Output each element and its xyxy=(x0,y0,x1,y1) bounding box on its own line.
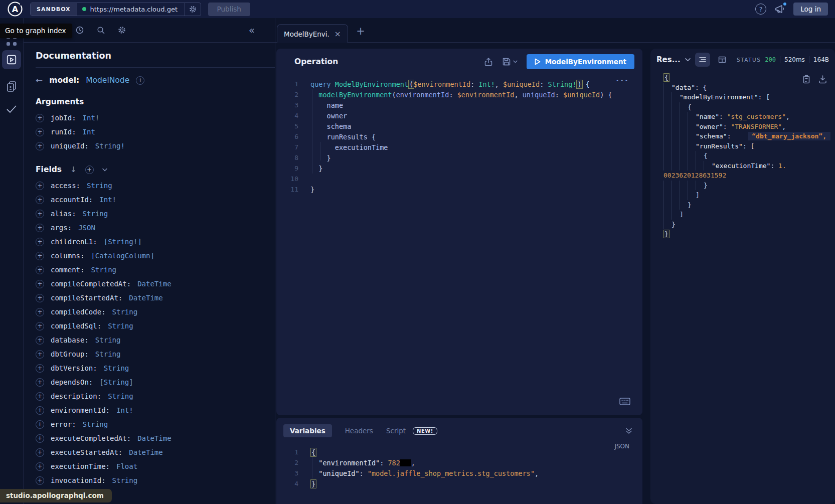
response-json-viewer[interactable]: {"data": {"modelByEnvironment": [{"name"… xyxy=(650,73,835,239)
nav-checks[interactable] xyxy=(6,104,18,114)
doc-field-row[interactable]: uniqueId:String! xyxy=(36,139,263,153)
doc-field-row[interactable]: args:JSON xyxy=(36,221,263,235)
field-type-link[interactable]: [String!] xyxy=(104,238,142,246)
add-to-query-icon[interactable] xyxy=(36,196,44,204)
add-to-query-icon[interactable] xyxy=(36,114,44,122)
doc-field-row[interactable]: accountId:Int! xyxy=(36,193,263,207)
doc-field-row[interactable]: jobId:Int! xyxy=(36,111,263,125)
field-type-link[interactable]: String xyxy=(104,364,129,372)
nav-changelog[interactable] xyxy=(6,80,18,93)
add-to-query-icon[interactable] xyxy=(36,378,44,387)
doc-field-row[interactable]: compileCompletedAt:DateTime xyxy=(36,277,263,291)
save-operation-button[interactable] xyxy=(502,57,518,66)
back-arrow-icon[interactable]: ← xyxy=(36,75,43,85)
doc-field-row[interactable]: executeStartedAt:DateTime xyxy=(36,445,263,459)
copy-response-icon[interactable] xyxy=(802,75,810,84)
field-type-link[interactable]: String xyxy=(95,336,121,344)
doc-field-row[interactable]: comment:String xyxy=(36,263,263,277)
field-type-link[interactable]: String xyxy=(83,210,108,218)
code-line[interactable]: 7 executionTime xyxy=(276,142,642,152)
field-type-link[interactable]: Float xyxy=(116,462,137,470)
field-type-link[interactable]: Int! xyxy=(83,114,100,122)
field-type-link[interactable]: String xyxy=(87,182,112,190)
variables-code-editor[interactable]: 1{2 "environmentId": 782,3 "uniqueId": "… xyxy=(276,447,642,489)
add-to-query-icon[interactable] xyxy=(36,308,44,316)
add-to-query-icon[interactable] xyxy=(36,280,44,288)
add-to-query-icon[interactable] xyxy=(36,128,44,136)
add-to-query-icon[interactable] xyxy=(36,350,44,359)
doc-field-row[interactable]: description:String xyxy=(36,389,263,403)
doc-field-row[interactable]: access:String xyxy=(36,179,263,193)
announcements-button[interactable] xyxy=(773,3,786,15)
field-type-link[interactable]: Int! xyxy=(99,196,116,204)
code-line[interactable]: 11} xyxy=(276,184,642,195)
field-type-link[interactable]: String xyxy=(91,266,116,274)
code-line[interactable]: 9 } xyxy=(276,163,642,174)
code-line[interactable]: 6 runResults { xyxy=(276,131,642,142)
field-type-link[interactable]: String xyxy=(112,476,138,484)
collapse-panel-icon[interactable]: « xyxy=(249,25,255,35)
collapse-panel-double-chevron-icon[interactable] xyxy=(625,427,632,434)
field-type-link[interactable]: DateTime xyxy=(129,294,162,302)
doc-field-row[interactable]: compiledCode:String xyxy=(36,305,263,319)
code-line[interactable]: 4} xyxy=(276,478,642,489)
doc-field-row[interactable]: executionTime:Float xyxy=(36,459,263,473)
add-to-query-icon[interactable] xyxy=(36,294,44,302)
add-type-icon[interactable] xyxy=(136,76,144,85)
publish-button[interactable]: Publish xyxy=(208,3,250,16)
doc-field-row[interactable]: error:String xyxy=(36,417,263,431)
field-type-link[interactable]: String xyxy=(95,350,121,358)
run-operation-button[interactable]: ModelByEnvironment xyxy=(527,54,634,69)
add-to-query-icon[interactable] xyxy=(36,238,44,246)
code-line[interactable]: 4 owner xyxy=(276,110,642,121)
doc-type-link[interactable]: ModelNode xyxy=(86,76,129,85)
add-to-query-icon[interactable] xyxy=(36,462,44,471)
field-type-link[interactable]: [CatalogColumn] xyxy=(91,252,154,260)
doc-field-row[interactable]: executeCompletedAt:DateTime xyxy=(36,431,263,445)
gear-icon[interactable] xyxy=(117,26,126,35)
doc-field-row[interactable]: columns:[CatalogColumn] xyxy=(36,249,263,263)
code-line[interactable]: 3 name xyxy=(276,100,642,110)
field-type-link[interactable]: DateTime xyxy=(137,434,171,442)
field-type-link[interactable]: String xyxy=(83,420,108,428)
add-to-query-icon[interactable] xyxy=(36,336,44,345)
download-response-icon[interactable] xyxy=(818,75,827,84)
field-type-link[interactable]: Int xyxy=(83,128,95,136)
endpoint-url-input[interactable] xyxy=(90,6,180,13)
code-line[interactable]: 5 schema xyxy=(276,121,642,131)
add-to-query-icon[interactable] xyxy=(36,252,44,260)
field-type-link[interactable]: DateTime xyxy=(129,448,162,456)
response-view-table-button[interactable] xyxy=(715,53,730,67)
new-tab-button[interactable]: + xyxy=(355,25,367,37)
add-all-fields-icon[interactable] xyxy=(85,165,94,174)
operation-tab[interactable]: ModelByEnvi... × xyxy=(277,24,348,43)
doc-field-row[interactable]: dbtGroup:String xyxy=(36,347,263,361)
code-line[interactable]: 3 "uniqueId": "model.jaffle_shop_metrics… xyxy=(276,468,642,478)
doc-field-row[interactable]: childrenL1:[String!] xyxy=(36,235,263,249)
tab-variables[interactable]: Variables xyxy=(283,424,332,437)
graphql-code-editor[interactable]: 1query ModelByEnvironment($environmentId… xyxy=(276,79,642,195)
doc-field-row[interactable]: database:String xyxy=(36,333,263,347)
search-icon[interactable] xyxy=(96,26,105,35)
add-to-query-icon[interactable] xyxy=(36,392,44,401)
response-view-json-button[interactable] xyxy=(695,53,710,67)
doc-field-row[interactable]: alias:String xyxy=(36,207,263,221)
code-line[interactable]: 1query ModelByEnvironment($environmentId… xyxy=(276,79,642,89)
field-type-link[interactable]: JSON xyxy=(78,224,95,232)
add-to-query-icon[interactable] xyxy=(36,434,44,443)
doc-field-row[interactable]: compileStartedAt:DateTime xyxy=(36,291,263,305)
add-to-query-icon[interactable] xyxy=(36,406,44,415)
doc-field-row[interactable]: invocationId:String xyxy=(36,473,263,487)
field-type-link[interactable]: String xyxy=(112,308,138,316)
add-to-query-icon[interactable] xyxy=(36,448,44,457)
add-to-query-icon[interactable] xyxy=(36,224,44,232)
code-line[interactable]: 2 modelByEnvironment(environmentId: $env… xyxy=(276,89,642,100)
apollo-logo[interactable]: A xyxy=(7,1,23,17)
field-type-link[interactable]: [String] xyxy=(99,378,133,386)
field-type-link[interactable]: DateTime xyxy=(137,280,171,288)
code-line[interactable]: 1{ xyxy=(276,447,642,457)
field-type-link[interactable]: String xyxy=(108,392,133,400)
login-button[interactable]: Log in xyxy=(793,3,828,16)
doc-field-row[interactable]: dependsOn:[String] xyxy=(36,375,263,389)
add-to-query-icon[interactable] xyxy=(36,420,44,429)
